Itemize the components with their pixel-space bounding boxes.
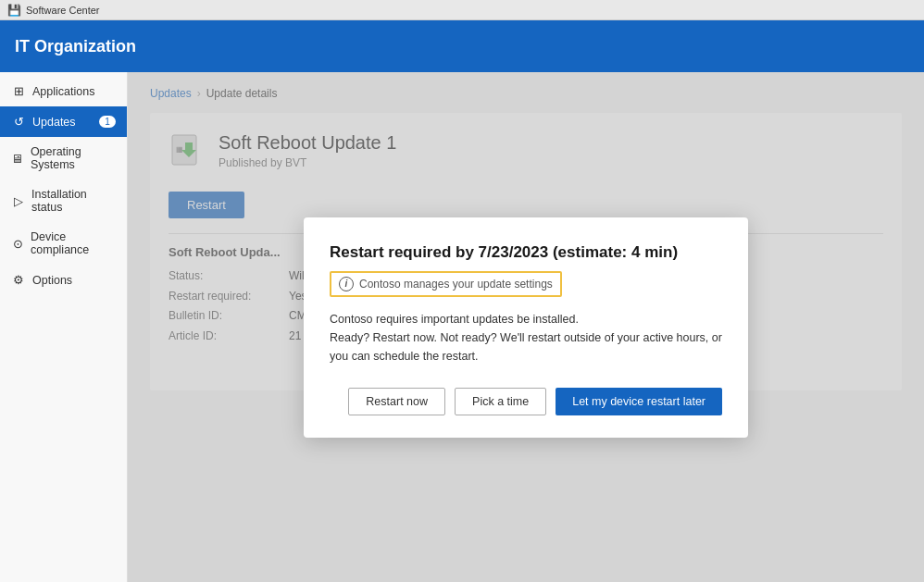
dialog-actions: Restart now Pick a time Let my device re… <box>330 388 722 415</box>
modal-overlay: Restart required by 7/23/2023 (estimate:… <box>128 72 924 582</box>
installation-status-icon: ▷ <box>11 194 25 208</box>
app-icon: 💾 <box>7 4 21 17</box>
dialog-body-line1: Contoso requires important updates be in… <box>330 310 722 328</box>
sidebar-item-label: Device compliance <box>31 230 116 256</box>
sidebar-item-installation-status[interactable]: ▷ Installation status <box>0 180 127 222</box>
sidebar-item-applications[interactable]: ⊞ Applications <box>0 76 127 106</box>
content-area: Updates › Update details ▦ Soft Reboot U… <box>128 72 924 582</box>
dialog-body-line2: Ready? Restart now. Not ready? We'll res… <box>330 328 722 365</box>
options-icon: ⚙ <box>11 273 26 287</box>
applications-icon: ⊞ <box>11 84 26 98</box>
info-icon: i <box>339 277 354 291</box>
sidebar-item-label: Installation status <box>31 188 116 214</box>
main-layout: ⊞ Applications ↺ Updates 1 🖥 Operating S… <box>0 72 924 582</box>
dialog-managed-text: Contoso manages your update settings <box>359 278 553 291</box>
sidebar-item-device-compliance[interactable]: ⊙ Device compliance <box>0 222 127 265</box>
org-header-label: IT Organization <box>15 37 136 56</box>
dialog-title: Restart required by 7/23/2023 (estimate:… <box>330 243 722 262</box>
sidebar-item-label: Updates <box>32 116 76 129</box>
let-device-restart-later-button[interactable]: Let my device restart later <box>556 388 722 415</box>
sidebar-item-label: Applications <box>32 85 94 98</box>
title-bar: 💾 Software Center <box>0 0 924 20</box>
sidebar: ⊞ Applications ↺ Updates 1 🖥 Operating S… <box>0 72 128 582</box>
sidebar-item-updates[interactable]: ↺ Updates 1 <box>0 106 127 137</box>
updates-icon: ↺ <box>11 115 26 129</box>
sidebar-item-label: Operating Systems <box>31 145 116 171</box>
restart-now-button[interactable]: Restart now <box>348 388 445 415</box>
device-compliance-icon: ⊙ <box>11 237 24 251</box>
dialog-body: Contoso requires important updates be in… <box>330 310 722 365</box>
sidebar-item-options[interactable]: ⚙ Options <box>0 265 127 295</box>
title-bar-label: Software Center <box>26 5 99 16</box>
dialog-managed-notice: i Contoso manages your update settings <box>330 271 562 297</box>
pick-a-time-button[interactable]: Pick a time <box>455 388 546 415</box>
org-header: IT Organization <box>0 20 924 72</box>
restart-dialog: Restart required by 7/23/2023 (estimate:… <box>304 217 748 438</box>
sidebar-item-label: Options <box>32 274 72 287</box>
operating-systems-icon: 🖥 <box>11 152 24 166</box>
sidebar-item-operating-systems[interactable]: 🖥 Operating Systems <box>0 137 127 180</box>
updates-badge: 1 <box>99 116 116 128</box>
